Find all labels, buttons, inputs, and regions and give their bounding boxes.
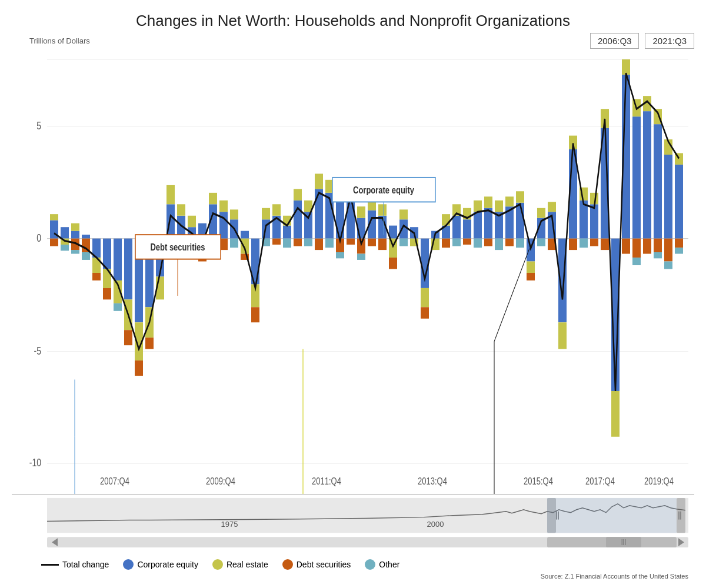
svg-rect-182 — [632, 239, 641, 258]
svg-rect-131 — [452, 216, 461, 239]
date-range: 2006:Q3 2021:Q3 — [590, 33, 694, 49]
svg-rect-162 — [558, 322, 567, 349]
svg-rect-117 — [389, 258, 397, 269]
svg-rect-130 — [442, 239, 450, 248]
svg-rect-194 — [664, 262, 672, 269]
svg-rect-153 — [527, 262, 535, 273]
svg-line-215 — [494, 249, 530, 342]
svg-text:|||: ||| — [621, 538, 627, 545]
svg-rect-66 — [219, 201, 228, 212]
svg-rect-82 — [272, 239, 281, 245]
legend-real-estate-label: Real estate — [227, 560, 268, 569]
svg-rect-20 — [61, 227, 69, 238]
legend-debt-securities-label: Debt securities — [297, 560, 351, 569]
svg-text:0: 0 — [36, 232, 41, 243]
svg-rect-139 — [474, 239, 482, 248]
svg-rect-195 — [675, 165, 683, 239]
svg-rect-32 — [92, 273, 101, 280]
svg-rect-174 — [601, 239, 609, 250]
svg-rect-33 — [103, 239, 111, 269]
svg-rect-148 — [505, 239, 514, 246]
svg-rect-54 — [177, 204, 185, 215]
source-text: Source: Z.1 Financial Accounts of the Un… — [12, 573, 694, 582]
svg-rect-18 — [50, 214, 58, 220]
svg-text:2019:Q4: 2019:Q4 — [644, 476, 674, 487]
svg-rect-150 — [516, 191, 524, 202]
svg-rect-0 — [47, 59, 688, 463]
svg-text:1975: 1975 — [221, 520, 238, 529]
svg-text:2007:Q4: 2007:Q4 — [100, 476, 129, 487]
svg-rect-27 — [82, 235, 90, 238]
svg-rect-147 — [505, 196, 514, 206]
svg-rect-136 — [463, 239, 471, 245]
svg-rect-159 — [548, 202, 556, 212]
legend-corporate-equity-label: Corporate equity — [137, 560, 198, 569]
svg-rect-142 — [484, 239, 492, 246]
svg-rect-197 — [675, 239, 683, 248]
svg-rect-189 — [654, 239, 662, 252]
svg-text:-5: -5 — [34, 345, 41, 356]
svg-rect-44 — [135, 360, 143, 376]
svg-rect-120 — [399, 239, 408, 246]
svg-rect-41 — [124, 330, 132, 345]
svg-rect-191 — [664, 155, 672, 239]
svg-text:2017:Q4: 2017:Q4 — [585, 476, 615, 487]
other-dot-icon — [365, 559, 375, 570]
legend-total-change: Total change — [41, 560, 109, 569]
svg-rect-113 — [378, 204, 387, 215]
svg-rect-81 — [272, 204, 281, 215]
svg-rect-223 — [547, 498, 677, 533]
svg-rect-179 — [622, 239, 630, 254]
corporate-equity-dot-icon — [123, 559, 134, 570]
start-date[interactable]: 2006:Q3 — [590, 33, 640, 49]
svg-rect-171 — [590, 239, 598, 246]
y-axis-label: Trillions of Dollars — [12, 36, 90, 45]
svg-text:2011:Q4: 2011:Q4 — [312, 476, 341, 487]
svg-rect-39 — [124, 239, 132, 300]
svg-rect-134 — [463, 219, 471, 238]
svg-rect-35 — [103, 288, 111, 299]
legend-real-estate: Real estate — [212, 559, 268, 570]
svg-rect-176 — [611, 391, 620, 437]
chart-title: Changes in Net Worth: Households and Non… — [12, 12, 694, 30]
svg-rect-149 — [516, 203, 524, 239]
svg-rect-86 — [294, 201, 302, 239]
svg-rect-94 — [315, 239, 323, 250]
svg-rect-106 — [357, 206, 365, 218]
svg-text:-10: -10 — [29, 457, 41, 469]
svg-text:2000: 2000 — [427, 520, 444, 529]
svg-rect-69 — [230, 209, 238, 219]
total-change-line-icon — [41, 564, 59, 566]
svg-rect-38 — [114, 303, 122, 311]
svg-text:2013:Q4: 2013:Q4 — [418, 476, 447, 487]
svg-rect-118 — [399, 219, 408, 238]
svg-rect-137 — [474, 212, 482, 238]
svg-rect-23 — [71, 231, 79, 239]
svg-rect-114 — [378, 239, 387, 250]
svg-rect-183 — [632, 258, 641, 265]
svg-rect-88 — [294, 239, 302, 246]
svg-rect-198 — [675, 248, 683, 253]
end-date[interactable]: 2021:Q3 — [645, 33, 694, 49]
mini-chart: 1975 2000 ||| — [12, 495, 694, 553]
svg-rect-83 — [283, 226, 291, 239]
svg-rect-87 — [294, 189, 302, 200]
svg-rect-144 — [495, 201, 503, 212]
svg-rect-125 — [421, 307, 429, 318]
svg-rect-76 — [251, 307, 259, 322]
svg-rect-51 — [166, 185, 175, 204]
svg-rect-98 — [336, 201, 344, 239]
main-chart: 5 0 -5 -10 2007:Q4 2009:Q4 2011:Q4 2013:… — [12, 52, 694, 495]
svg-rect-29 — [82, 252, 90, 260]
real-estate-dot-icon — [212, 559, 223, 570]
svg-rect-24 — [71, 223, 79, 231]
svg-rect-57 — [188, 216, 196, 227]
svg-rect-97 — [325, 239, 334, 248]
svg-rect-151 — [516, 239, 524, 248]
svg-rect-184 — [643, 111, 651, 239]
svg-rect-104 — [347, 239, 355, 245]
svg-text:Debt securities: Debt securities — [150, 242, 205, 253]
svg-rect-93 — [315, 173, 323, 189]
svg-rect-108 — [357, 254, 365, 260]
svg-rect-70 — [230, 239, 238, 248]
